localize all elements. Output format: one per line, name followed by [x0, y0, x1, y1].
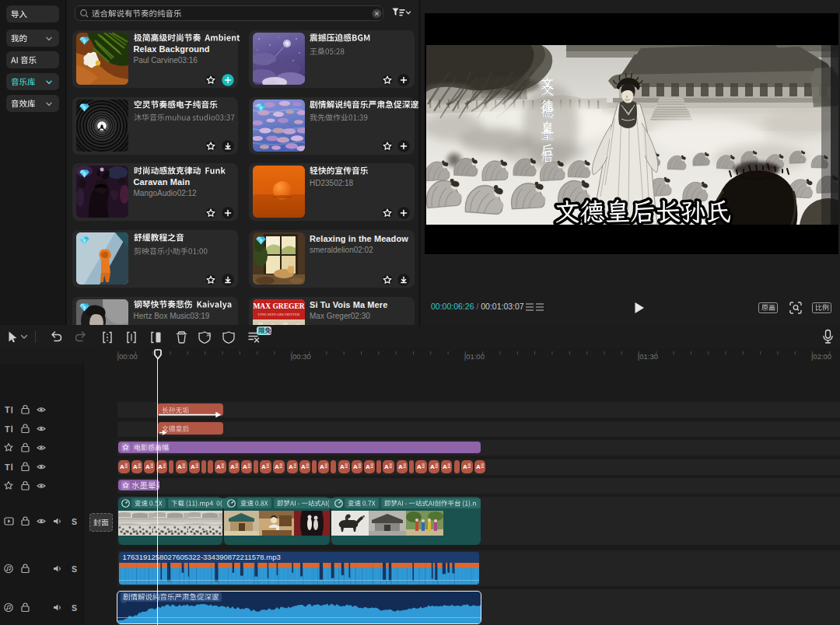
svg-text:T: T	[5, 405, 10, 414]
svg-text:T: T	[5, 424, 10, 434]
svg-text:A: A	[145, 463, 150, 470]
svg-text:A: A	[216, 463, 221, 470]
svg-text:A: A	[120, 463, 124, 470]
svg-text:A: A	[133, 463, 138, 470]
svg-text:A: A	[353, 463, 358, 470]
svg-text:A: A	[191, 463, 195, 470]
svg-text:A: A	[301, 463, 306, 470]
svg-text:A: A	[261, 463, 266, 470]
svg-text:A: A	[320, 463, 324, 470]
svg-text:A: A	[230, 463, 235, 470]
svg-text:MAX GREGER: MAX GREGER	[253, 302, 304, 310]
svg-text:A: A	[384, 463, 389, 470]
svg-text:A: A	[476, 463, 481, 470]
svg-text:A: A	[177, 463, 182, 470]
svg-text:A: A	[443, 463, 447, 470]
svg-text:A: A	[289, 463, 293, 470]
svg-text:A: A	[430, 463, 435, 470]
svg-text:A: A	[340, 463, 345, 470]
svg-text:S: S	[72, 517, 77, 526]
svg-text:S: S	[72, 603, 77, 613]
svg-text:A: A	[398, 463, 403, 470]
svg-text:AI: AI	[207, 333, 212, 337]
svg-text:T: T	[5, 463, 10, 472]
svg-text:A: A	[366, 463, 370, 470]
svg-text:A: A	[158, 463, 163, 470]
svg-text:A: A	[275, 463, 279, 470]
svg-text:UND SEIN ORCHESTER: UND SEIN ORCHESTER	[257, 312, 299, 316]
svg-text:A: A	[463, 463, 467, 470]
svg-text:S: S	[72, 564, 77, 574]
svg-text:A: A	[243, 463, 247, 470]
svg-text:A: A	[417, 463, 422, 470]
